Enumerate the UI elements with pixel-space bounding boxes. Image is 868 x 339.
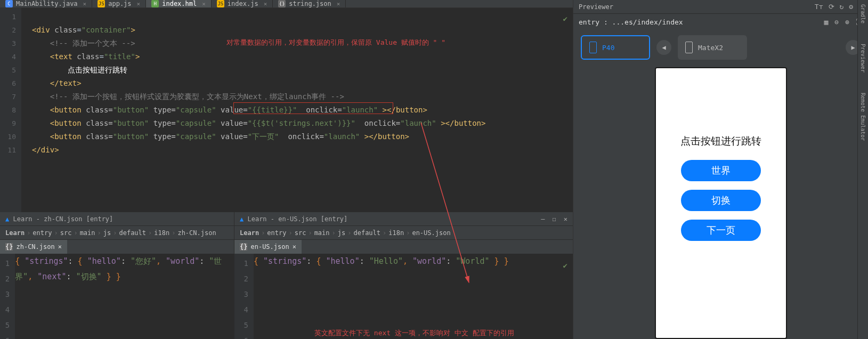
tab-mainability[interactable]: CMainAbility.java× xyxy=(0,0,92,7)
harmony-icon: ▲ xyxy=(5,215,9,223)
close-icon[interactable]: × xyxy=(293,243,296,251)
maximize-icon[interactable]: ☐ xyxy=(553,215,556,223)
js-icon: JS xyxy=(217,0,224,7)
annotation-text: 英文配置文件下无 next 这一项，不影响对 中文 配置下的引用 xyxy=(314,325,514,339)
device-chip-matex2[interactable]: MateX2 xyxy=(678,35,747,60)
pane-tab-zhcn[interactable]: {}zh-CN.json× xyxy=(0,240,67,254)
js-icon: JS xyxy=(98,0,105,7)
close-icon[interactable]: × xyxy=(337,1,340,7)
json-editor-zh[interactable]: 1234567 { "strings": { "hello": "您好", "w… xyxy=(0,254,234,339)
prev-device-button[interactable]: ◀ xyxy=(656,40,671,55)
zoom-in-icon[interactable]: ⊕ xyxy=(845,18,849,26)
previewer-tab[interactable]: Previewer xyxy=(860,44,866,72)
zoom-out-icon[interactable]: ⊖ xyxy=(834,18,839,26)
minimize-icon[interactable]: — xyxy=(541,215,545,223)
json-editor-en[interactable]: 123456 { "strings": { "hello": "Hello", … xyxy=(234,254,573,339)
line-gutter: 1234567891011 xyxy=(0,8,21,212)
breadcrumb[interactable]: Learn›entry›src›main›js›default›i18n›zh-… xyxy=(0,226,234,240)
remote-emulator-tab[interactable]: Remote Emulator xyxy=(860,93,866,141)
phone-button-2[interactable]: 切换 xyxy=(681,190,761,211)
breadcrumb[interactable]: Learn›entry›src›main›js›default›i18n›en-… xyxy=(234,226,573,240)
tab-stringjson[interactable]: {}string.json× xyxy=(273,0,346,7)
phone-heading: 点击按钮进行跳转 xyxy=(680,134,761,148)
cycle-icon[interactable]: ↻ xyxy=(840,3,844,11)
font-icon[interactable]: Tᴛ xyxy=(815,3,823,11)
check-icon: ✔ xyxy=(563,258,567,273)
pane-title: ▲ Learn - zh-CN.json [entry] xyxy=(0,212,234,226)
code-body[interactable]: <div class="container"> <!-- 添加一个文本 --> … xyxy=(21,8,573,212)
json-icon: {} xyxy=(278,0,286,7)
previewer-title: Previewer xyxy=(579,3,613,11)
hml-icon: H xyxy=(151,0,159,7)
phone-button-1[interactable]: 世界 xyxy=(681,160,761,181)
highlight-rect xyxy=(233,102,393,114)
phone-icon xyxy=(685,42,693,53)
entry-path: entry : ...es/index/index xyxy=(579,18,683,26)
annotation-text: 对常量数据的引用，对变量数据的引用，保留原 Value 赋值时的 " " xyxy=(226,36,445,49)
gradle-tab[interactable]: Gradle xyxy=(860,4,866,23)
phone-preview: 点击按钮进行跳转 世界 切换 下一页 xyxy=(655,67,787,339)
pane-title: ▲ Learn - en-US.json [entry] —☐✕ xyxy=(234,212,573,226)
close-icon[interactable]: × xyxy=(83,1,87,7)
check-icon: ✔ xyxy=(563,12,567,26)
json-icon: {} xyxy=(5,243,13,251)
json-icon: {} xyxy=(240,243,247,251)
code-editor[interactable]: 1234567891011 <div class="container"> <!… xyxy=(0,8,573,212)
tab-indexhml[interactable]: Hindex.hml× xyxy=(146,0,212,7)
java-icon: C xyxy=(5,0,13,7)
phone-icon xyxy=(589,42,597,53)
refresh-icon[interactable]: ⟳ xyxy=(829,3,834,11)
close-icon[interactable]: × xyxy=(264,1,267,7)
phone-button-3[interactable]: 下一页 xyxy=(681,220,761,241)
device-selector: P40 ◀ MateX2 ▶ xyxy=(573,30,868,65)
tab-appjs[interactable]: JSapp.js× xyxy=(92,0,146,7)
close-icon[interactable]: × xyxy=(58,243,62,251)
close-icon[interactable]: × xyxy=(137,1,141,7)
harmony-icon: ▲ xyxy=(240,215,244,223)
device-chip-p40[interactable]: P40 xyxy=(581,35,650,60)
pane-zh-cn: ▲ Learn - zh-CN.json [entry] Learn›entry… xyxy=(0,212,234,339)
close-icon[interactable]: ✕ xyxy=(564,215,567,223)
gear-icon[interactable]: ⚙ xyxy=(849,3,853,11)
previewer-panel: Previewer Tᴛ ⟳ ↻ ⚙ — entry : ...es/index… xyxy=(573,0,868,339)
pane-tab-enus[interactable]: {}en-US.json× xyxy=(234,240,302,254)
pane-en-us: ▲ Learn - en-US.json [entry] —☐✕ Learn›e… xyxy=(234,212,573,339)
tab-indexjs[interactable]: JSindex.js× xyxy=(212,0,273,7)
right-tool-strip: Gradle Previewer Remote Emulator xyxy=(857,0,868,339)
editor-tabs: CMainAbility.java× JSapp.js× Hindex.hml×… xyxy=(0,0,573,8)
close-icon[interactable]: × xyxy=(202,1,206,7)
grid-icon[interactable]: ▦ xyxy=(824,18,829,26)
